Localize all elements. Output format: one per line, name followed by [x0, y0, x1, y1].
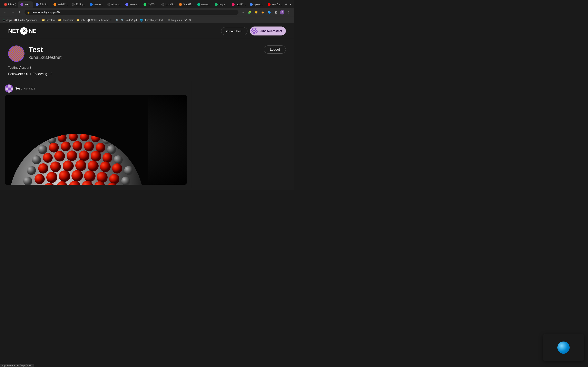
tab-close-iframe[interactable]: ✕ — [104, 3, 104, 6]
app-logo[interactable]: NET ✕ NE — [8, 27, 36, 35]
reload-button[interactable]: ↻ — [17, 9, 23, 15]
svg-point-24 — [27, 166, 36, 175]
tab-allow[interactable]: Allow <... ✕ — [105, 1, 122, 8]
bookmark-github-color[interactable]: ⬤ Color Cell Game P... — [87, 19, 113, 22]
tab-mgzpc[interactable]: mgzPC... ✕ — [229, 1, 247, 8]
tab-github-editing[interactable]: Editing... ✕ — [69, 1, 87, 8]
tab-label-mgzpc: mgzPC... — [236, 3, 246, 6]
svg-point-29 — [87, 160, 99, 171]
bookmarks-bar: 📱 Apps 📖 Flutter Apprentice... 📁 Firesto… — [0, 17, 294, 23]
svg-point-11 — [61, 142, 71, 151]
tab-stack[interactable]: StackE... ✕ — [177, 1, 194, 8]
bookmark-google1[interactable]: 🔍 — [116, 19, 119, 22]
post-author-info: Test Kunal528 — [16, 87, 35, 90]
post-card: Test Kunal528 — [0, 81, 192, 188]
svg-point-25 — [38, 163, 48, 174]
tab-bar: Inbox ( ✕ Net... ✕ Eth Sh... ✕ Web3C... … — [0, 0, 294, 8]
following-count: 2 — [51, 72, 52, 76]
tab-web3[interactable]: Web3C... ✕ — [51, 1, 69, 8]
tab-label-github-editing: Editing... — [76, 3, 86, 6]
post-image-container — [5, 95, 187, 185]
new-tab-button[interactable]: + — [283, 2, 289, 7]
tab-whatsapp[interactable]: (1) Wh... ✕ — [141, 1, 158, 8]
tab-favicon-iframe — [90, 3, 93, 6]
bookmark-binder[interactable]: 🔍 Binder1.pdf — [121, 19, 138, 22]
tab-favicon-allow — [107, 3, 110, 6]
forward-button[interactable]: → — [10, 9, 16, 15]
tab-favicon-github-editing — [72, 3, 75, 6]
tab-favicon-mgzpc — [232, 3, 234, 6]
svg-point-17 — [43, 153, 53, 163]
menu-button[interactable]: ⋮ — [286, 9, 292, 15]
binder-bookmark-label: Binder1.pdf — [125, 19, 138, 22]
svg-point-39 — [96, 172, 108, 183]
following-stat[interactable]: Following • 2 — [33, 72, 52, 76]
tab-close-github-editing[interactable]: ✕ — [87, 3, 87, 6]
tab-favicon-whatsapp — [144, 3, 146, 6]
osfy-bookmark-icon: 📁 — [77, 19, 80, 22]
address-bar[interactable]: 🔒 netone.netlify.app/profile — [25, 10, 238, 15]
tab-list-button[interactable]: ▾ — [289, 3, 292, 6]
tab-label-upload: upload... — [254, 3, 263, 6]
crypto-button[interactable]: ◆ — [260, 9, 265, 15]
profile-header: Test kunal528.testnet Logout — [8, 45, 286, 62]
logout-button[interactable]: Logout — [264, 45, 286, 54]
tab-upload[interactable]: upload... ✕ — [247, 1, 265, 8]
tab-gmail[interactable]: Inbox ( ✕ — [2, 1, 17, 8]
flutter-bookmark-icon: 📖 — [14, 19, 17, 22]
svg-point-28 — [75, 160, 86, 171]
tab-close-upload[interactable]: ✕ — [265, 3, 265, 6]
user-badge-name: kunal528.testnet — [260, 29, 282, 33]
brave-shield-button[interactable]: 🦁 — [253, 9, 259, 15]
tab-close-netone[interactable]: ✕ — [32, 3, 33, 6]
post-author-name: Test — [16, 87, 22, 90]
requests-bookmark-label: Requests – VALO... — [171, 19, 193, 22]
profile-button[interactable]: K — [279, 9, 285, 15]
tab-near[interactable]: near-a... ✕ — [195, 1, 212, 8]
followers-count: 0 — [26, 72, 28, 76]
post-author-handle: Kunal528 — [24, 87, 35, 90]
requests-bookmark-icon: 🎮 — [167, 19, 171, 22]
followers-stat[interactable]: Followers • 0 — [8, 72, 28, 76]
app-container: NET ✕ NE Create Post kunal528.testnet Te… — [0, 23, 294, 191]
bookmark-apps[interactable]: 📱 Apps — [2, 19, 12, 22]
bookmark-requests[interactable]: 🎮 Requests – VALO... — [167, 19, 193, 22]
brave-wallet-button[interactable]: 🔷 — [266, 9, 272, 15]
tab-netone2[interactable]: Netone... ✕ — [123, 1, 141, 8]
tab-netone[interactable]: Net... ✕ — [18, 1, 33, 8]
sidebar-toggle-button[interactable]: ▣ — [273, 9, 278, 15]
tab-label-web3: Web3C... — [58, 3, 68, 6]
back-button[interactable]: ← — [2, 9, 8, 15]
binder-bookmark-icon: 🔍 — [121, 19, 124, 22]
user-badge-avatar — [251, 28, 258, 34]
tab-close-whatsapp[interactable]: ✕ — [158, 3, 158, 6]
bookmark-osfy[interactable]: 📁 osfy — [77, 19, 85, 22]
svg-point-16 — [32, 155, 41, 164]
bookmark-blockchain[interactable]: 📁 BlockChain — [58, 19, 74, 22]
firestore-bookmark-icon: 📁 — [42, 19, 45, 22]
svg-point-37 — [71, 170, 83, 182]
create-post-button[interactable]: Create Post — [221, 27, 247, 35]
tab-iframe[interactable]: iframe... ✕ — [87, 1, 104, 8]
tab-kunal-github[interactable]: kunal5... ✕ — [159, 1, 176, 8]
tab-close-stack[interactable]: ✕ — [194, 3, 194, 6]
tab-youtube[interactable]: You Ca... ✕ — [265, 1, 283, 8]
tab-close-gmail[interactable]: ✕ — [17, 3, 18, 6]
tab-ethshare[interactable]: Eth Sh... ✕ — [33, 1, 51, 8]
svg-point-35 — [46, 172, 57, 183]
tab-close-imgur[interactable]: ✕ — [228, 3, 229, 6]
post-image — [5, 95, 187, 185]
svg-point-27 — [63, 160, 74, 171]
bookmark-bafyreids[interactable]: 🌐 https://bafyreidcxf... — [140, 19, 165, 22]
app-header: NET ✕ NE Create Post kunal528.testnet — [0, 23, 294, 39]
post-image-svg — [5, 95, 148, 185]
extensions-button[interactable]: 🧩 — [247, 9, 252, 15]
user-profile-badge[interactable]: kunal528.testnet — [250, 26, 286, 35]
bookmark-firestore[interactable]: 📁 Firestore — [42, 19, 55, 22]
bookmark-star-button[interactable]: ☆ — [240, 9, 246, 15]
tab-imgur[interactable]: Imgur... ✕ — [212, 1, 229, 8]
tab-close-kunal-github[interactable]: ✕ — [176, 3, 176, 6]
logo-ne-text: NE — [29, 28, 36, 34]
bookmark-flutter[interactable]: 📖 Flutter Apprentice... — [14, 19, 39, 22]
svg-point-32 — [124, 166, 133, 175]
